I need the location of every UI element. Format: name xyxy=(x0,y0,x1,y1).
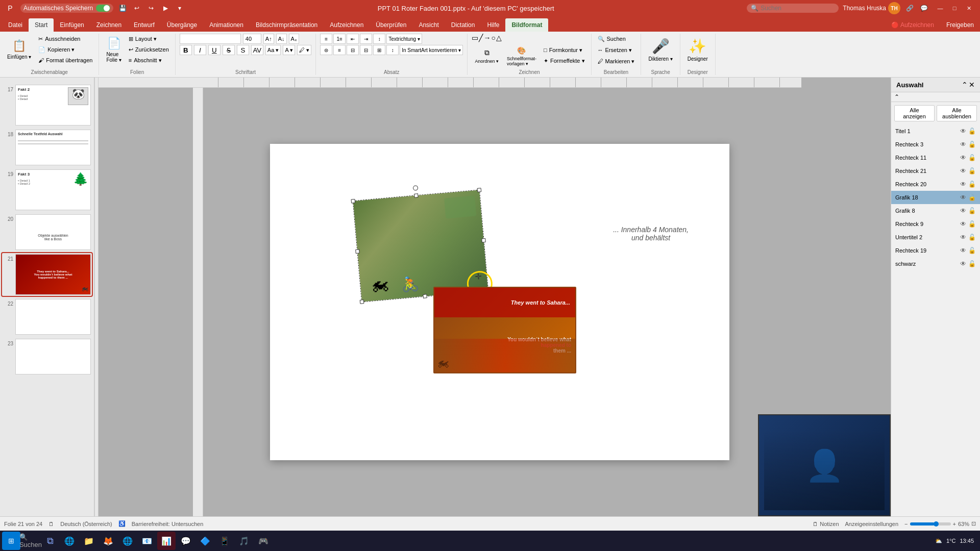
handle-mr[interactable] xyxy=(481,238,486,243)
btn-bold[interactable]: B xyxy=(180,45,192,55)
taskbar-misc2[interactable]: 🎵 xyxy=(235,532,253,550)
btn-zuruecksetzen[interactable]: ↩ Zurücksetzen xyxy=(127,44,171,55)
taskbar-slack[interactable]: 🔷 xyxy=(196,532,214,550)
layer-grafik-18[interactable]: Grafik 18 👁 🔓 xyxy=(891,191,980,204)
tab-aufzeichnen[interactable]: Aufzeichnen xyxy=(324,18,370,32)
tab-start[interactable]: Start xyxy=(29,18,54,32)
task-view-btn[interactable]: ⧉ xyxy=(41,532,59,550)
layer-lock-icon-10[interactable]: 🔓 xyxy=(968,247,976,254)
handle-tm[interactable] xyxy=(414,193,419,198)
btn-abschnitt[interactable]: ≡ Abschnitt ▾ xyxy=(127,55,171,65)
start-button[interactable]: ⊞ xyxy=(2,532,20,550)
zoom-slider[interactable] xyxy=(910,522,951,525)
layer-eye-icon-8[interactable]: 👁 xyxy=(960,220,966,228)
btn-strikethrough[interactable]: S̶ xyxy=(223,45,235,55)
zoom-out-btn[interactable]: − xyxy=(904,521,908,527)
save-icon[interactable]: 💾 xyxy=(117,3,128,13)
btn-underline[interactable]: U xyxy=(208,45,220,55)
btn-einfuegen[interactable]: 📋 Einfügen ▾ xyxy=(4,34,34,65)
btn-alle-anzeigen[interactable]: Alle anzeigen xyxy=(894,105,935,121)
handle-ml[interactable] xyxy=(355,249,360,254)
slide-thumb-19[interactable]: 19 Fakt 3 🌲 • Detail 1• Detail 2 xyxy=(2,168,92,211)
layer-lock-icon-1[interactable]: 🔓 xyxy=(968,128,976,135)
layer-eye-icon-11[interactable]: 👁 xyxy=(960,260,966,267)
btn-layout[interactable]: ⊞ Layout ▾ xyxy=(127,34,171,44)
expand-all-icon[interactable]: ⌃ xyxy=(892,93,901,101)
selected-image-motocross[interactable]: 🏍 🚴 ✛ xyxy=(353,189,488,302)
rotate-handle[interactable] xyxy=(413,185,419,191)
slide-thumb-18[interactable]: 18 Schnelle Textfeld Auswahl xyxy=(2,129,92,166)
tab-dictation[interactable]: Dictation xyxy=(445,18,481,32)
user-avatar[interactable]: TH xyxy=(888,2,900,14)
layer-grafik-8[interactable]: Grafik 8 👁 🔓 xyxy=(891,204,980,217)
handle-bm[interactable] xyxy=(423,294,427,298)
tab-hilfe[interactable]: Hilfe xyxy=(481,18,505,32)
layer-lock-icon-8[interactable]: 🔓 xyxy=(968,220,976,228)
layer-rechteck-3[interactable]: Rechteck 3 👁 🔓 xyxy=(891,138,980,151)
autosave-toggle[interactable]: Automatisches Speichern xyxy=(20,4,113,13)
shape-circle[interactable]: ○ xyxy=(491,34,495,42)
panel-scroll[interactable] xyxy=(94,78,99,516)
btn-font-decrease[interactable]: A↓ xyxy=(276,34,287,44)
layer-eye-icon-10[interactable]: 👁 xyxy=(960,247,966,254)
minimize-button[interactable]: — xyxy=(933,3,947,13)
zoom-thumb[interactable] xyxy=(934,521,939,527)
btn-diktieren[interactable]: 🎤 Diktieren ▾ xyxy=(645,34,675,65)
layer-lock-icon-5[interactable]: 🔓 xyxy=(968,181,976,188)
btn-anordnen[interactable]: ⧉ Anordnen ▾ xyxy=(472,45,502,67)
share-icon[interactable]: 🔗 xyxy=(904,3,915,13)
tab-entwurf[interactable]: Entwurf xyxy=(128,18,161,32)
slide-thumb-21[interactable]: 21 They went to Sahara...You wouldn´t be… xyxy=(2,253,92,296)
btn-shadow[interactable]: S xyxy=(237,45,249,55)
comment-icon[interactable]: 💬 xyxy=(919,3,929,13)
btn-schnellformatvorlagen[interactable]: 🎨 Schnellformat-vorlagen ▾ xyxy=(504,45,540,67)
btn-list-bullet[interactable]: ≡ xyxy=(320,34,332,44)
tab-ueberpruefen[interactable]: Überprüfen xyxy=(370,18,412,32)
tab-datei[interactable]: Datei xyxy=(2,18,29,32)
present-icon[interactable]: ▶ xyxy=(160,3,170,13)
btn-charspacing[interactable]: AV xyxy=(251,45,263,55)
layer-eye-icon-1[interactable]: 👁 xyxy=(960,128,966,135)
tab-ansicht[interactable]: Ansicht xyxy=(412,18,445,32)
btn-font-increase[interactable]: A↑ xyxy=(263,34,274,44)
collapse-icon[interactable]: ⌃ xyxy=(962,81,968,89)
accessibility-icon[interactable]: ♿ xyxy=(118,520,126,527)
btn-format-uebertragen[interactable]: 🖌 Format übertragen xyxy=(36,55,94,65)
btn-text-case[interactable]: Aa ▾ xyxy=(265,45,281,55)
shape-arrow[interactable]: → xyxy=(483,34,491,42)
layer-rechteck-19[interactable]: Rechteck 19 👁 🔓 xyxy=(891,244,980,257)
layer-eye-icon-5[interactable]: 👁 xyxy=(960,181,966,188)
btn-smartart[interactable]: In SmartArt konvertieren ▾ xyxy=(400,45,463,55)
btn-alle-ausblenden[interactable]: Alle ausblenden xyxy=(937,105,977,121)
layer-eye-icon-3[interactable]: 👁 xyxy=(960,154,966,161)
layer-lock-icon-3[interactable]: 🔓 xyxy=(968,154,976,161)
btn-col-count[interactable]: ⊞ xyxy=(373,45,385,55)
slide-thumb-20[interactable]: 20 Objekte auswählenlike a Boss xyxy=(2,213,92,251)
btn-textrichtung[interactable]: Textrichtung ▾ xyxy=(386,34,422,44)
taskbar-chrome[interactable]: 🌐 xyxy=(118,532,137,550)
btn-align-justify[interactable]: ⊟ xyxy=(360,45,372,55)
layer-lock-icon-9[interactable]: 🔓 xyxy=(968,234,976,241)
window-controls[interactable]: — □ ✕ xyxy=(933,3,976,13)
btn-indent-more[interactable]: ⇥ xyxy=(360,34,372,44)
btn-suchen[interactable]: 🔍 Suchen xyxy=(596,34,628,44)
slide-thumb-17[interactable]: 17 Fakt 2 🐼 • Detail• Detail xyxy=(2,84,92,127)
btn-align-center[interactable]: ≡ xyxy=(333,45,346,55)
btn-align-right[interactable]: ⊟ xyxy=(347,45,359,55)
handle-bl[interactable] xyxy=(360,299,364,304)
tab-bildschirm[interactable]: Bildschirmpräsentation xyxy=(250,18,324,32)
btn-clear-format[interactable]: Aₓ xyxy=(289,34,299,44)
layer-rechteck-9[interactable]: Rechteck 9 👁 🔓 xyxy=(891,217,980,231)
layer-lock-icon-7[interactable]: 🔓 xyxy=(968,207,976,214)
layer-untertitel-2[interactable]: Untertitel 2 👁 🔓 xyxy=(891,231,980,244)
btn-markieren[interactable]: 🖊 Markieren ▾ xyxy=(596,56,637,66)
maximize-button[interactable]: □ xyxy=(947,3,962,13)
layer-eye-icon-6[interactable]: 👁 xyxy=(960,194,966,201)
layer-eye-icon-2[interactable]: 👁 xyxy=(960,141,966,148)
btn-indent-less[interactable]: ⇤ xyxy=(347,34,359,44)
tab-aufzeichnen-right[interactable]: 🔴 Aufzeichnen xyxy=(885,18,940,32)
btn-italic[interactable]: I xyxy=(194,45,206,55)
font-size-input[interactable] xyxy=(243,34,261,44)
font-name-input[interactable] xyxy=(180,34,241,44)
search-btn[interactable]: 🔍 Suchen xyxy=(21,532,40,550)
